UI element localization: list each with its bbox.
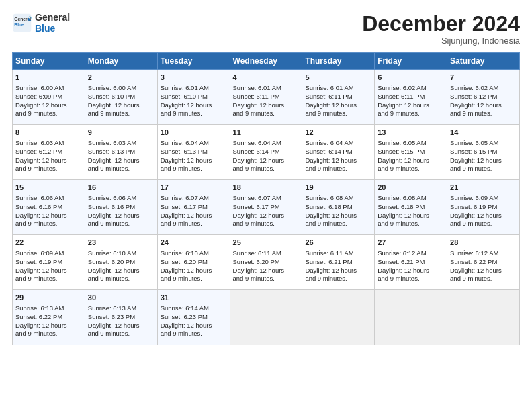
day-info-line: Sunset: 6:20 PM — [161, 258, 227, 267]
day-info-line: Daylight: 12 hours — [305, 267, 371, 275]
day-number: 12 — [305, 128, 371, 138]
day-info-line: and 9 minutes. — [450, 220, 517, 228]
day-info-line: and 9 minutes. — [233, 220, 300, 228]
day-info-line: Daylight: 12 hours — [88, 322, 154, 330]
day-number: 21 — [450, 183, 517, 193]
day-info-line: and 9 minutes. — [450, 275, 517, 283]
day-info-line: Sunrise: 6:01 AM — [233, 84, 300, 93]
day-info-line: Sunset: 6:18 PM — [378, 203, 444, 212]
day-info-line: Sunset: 6:22 PM — [450, 258, 517, 267]
day-info-line: and 9 minutes. — [161, 109, 227, 118]
day-info-line: and 9 minutes. — [305, 165, 371, 173]
day-info-line: Sunset: 6:11 PM — [233, 93, 300, 101]
day-number: 8 — [15, 128, 82, 138]
day-number: 3 — [161, 73, 227, 83]
day-info-line: and 9 minutes. — [88, 220, 154, 228]
title-block: December 2024 Sijunjung, Indonesia — [362, 12, 520, 46]
day-cell: 25Sunrise: 6:11 AMSunset: 6:20 PMDayligh… — [230, 235, 302, 290]
day-cell — [375, 290, 447, 345]
day-info-line: Sunrise: 6:14 AM — [161, 304, 227, 313]
day-cell: 17Sunrise: 6:07 AMSunset: 6:17 PMDayligh… — [157, 180, 230, 235]
day-info-line: Sunset: 6:23 PM — [88, 313, 154, 322]
day-info-line: Sunset: 6:13 PM — [161, 148, 227, 156]
day-number: 19 — [305, 183, 371, 193]
day-cell: 7Sunrise: 6:02 AMSunset: 6:12 PMDaylight… — [447, 70, 520, 125]
day-info-line: Sunset: 6:11 PM — [305, 93, 371, 101]
day-info-line: and 9 minutes. — [378, 220, 444, 228]
day-info-line: and 9 minutes. — [15, 275, 82, 283]
day-number: 28 — [450, 238, 517, 248]
day-info-line: and 9 minutes. — [305, 275, 371, 283]
day-info-line: Sunset: 6:14 PM — [305, 148, 371, 156]
day-info-line: Sunset: 6:19 PM — [450, 203, 517, 212]
day-info-line: Daylight: 12 hours — [88, 101, 154, 110]
day-info-line: Sunrise: 6:05 AM — [378, 139, 444, 148]
day-info-line: Daylight: 12 hours — [233, 101, 300, 110]
day-number: 1 — [15, 73, 82, 83]
day-info-line: Daylight: 12 hours — [450, 101, 517, 110]
day-number: 20 — [378, 183, 444, 193]
day-cell: 23Sunrise: 6:10 AMSunset: 6:20 PMDayligh… — [85, 235, 157, 290]
day-cell: 15Sunrise: 6:06 AMSunset: 6:16 PMDayligh… — [13, 180, 85, 235]
day-info-line: Sunset: 6:10 PM — [161, 93, 227, 101]
day-cell: 30Sunrise: 6:13 AMSunset: 6:23 PMDayligh… — [85, 290, 157, 345]
day-info-line: Sunset: 6:15 PM — [450, 148, 517, 156]
day-cell: 12Sunrise: 6:04 AMSunset: 6:14 PMDayligh… — [302, 125, 375, 180]
day-number: 7 — [450, 73, 517, 83]
day-info-line: and 9 minutes. — [450, 109, 517, 118]
day-info-line: Sunrise: 6:01 AM — [161, 84, 227, 93]
day-cell: 29Sunrise: 6:13 AMSunset: 6:22 PMDayligh… — [13, 290, 85, 345]
day-info-line: and 9 minutes. — [161, 275, 227, 283]
day-info-line: and 9 minutes. — [88, 109, 154, 118]
header-cell-monday: Monday — [85, 53, 157, 70]
day-info-line: and 9 minutes. — [88, 165, 154, 173]
day-info-line: Daylight: 12 hours — [88, 156, 154, 165]
logo-text: General Blue — [35, 12, 70, 34]
day-info-line: and 9 minutes. — [233, 275, 300, 283]
week-row-3: 15Sunrise: 6:06 AMSunset: 6:16 PMDayligh… — [13, 180, 520, 235]
day-info-line: and 9 minutes. — [161, 330, 227, 338]
week-row-4: 22Sunrise: 6:09 AMSunset: 6:19 PMDayligh… — [13, 235, 520, 290]
day-cell: 6Sunrise: 6:02 AMSunset: 6:11 PMDaylight… — [375, 70, 447, 125]
day-info-line: Sunrise: 6:04 AM — [305, 139, 371, 148]
day-info-line: and 9 minutes. — [233, 109, 300, 118]
calendar-page: General Blue General Blue December 2024 … — [0, 0, 532, 411]
day-info-line: and 9 minutes. — [378, 275, 444, 283]
day-info-line: Sunrise: 6:00 AM — [15, 84, 82, 93]
day-cell — [447, 290, 520, 345]
day-cell — [302, 290, 375, 345]
day-cell: 22Sunrise: 6:09 AMSunset: 6:19 PMDayligh… — [13, 235, 85, 290]
day-cell: 19Sunrise: 6:08 AMSunset: 6:18 PMDayligh… — [302, 180, 375, 235]
day-cell: 24Sunrise: 6:10 AMSunset: 6:20 PMDayligh… — [157, 235, 230, 290]
day-info-line: Sunset: 6:18 PM — [305, 203, 371, 212]
day-info-line: Sunrise: 6:13 AM — [88, 304, 154, 313]
day-info-line: Daylight: 12 hours — [161, 212, 227, 220]
day-info-line: Daylight: 12 hours — [305, 156, 371, 165]
day-info-line: Sunrise: 6:13 AM — [15, 304, 82, 313]
day-number: 22 — [15, 238, 82, 248]
day-info-line: Sunset: 6:22 PM — [15, 313, 82, 322]
day-info-line: Daylight: 12 hours — [161, 322, 227, 330]
day-info-line: Daylight: 12 hours — [233, 267, 300, 275]
day-number: 16 — [88, 183, 154, 193]
logo: General Blue General Blue — [12, 12, 70, 34]
day-info-line: Sunset: 6:16 PM — [15, 203, 82, 212]
location: Sijunjung, Indonesia — [362, 36, 520, 46]
day-cell: 20Sunrise: 6:08 AMSunset: 6:18 PMDayligh… — [375, 180, 447, 235]
day-info-line: Sunrise: 6:02 AM — [450, 84, 517, 93]
logo-icon: General Blue — [12, 13, 32, 33]
day-info-line: Sunset: 6:23 PM — [161, 313, 227, 322]
day-info-line: Daylight: 12 hours — [161, 267, 227, 275]
day-number: 6 — [378, 73, 444, 83]
day-info-line: Daylight: 12 hours — [378, 267, 444, 275]
day-number: 25 — [233, 238, 300, 248]
day-number: 4 — [233, 73, 300, 83]
day-cell: 10Sunrise: 6:04 AMSunset: 6:13 PMDayligh… — [157, 125, 230, 180]
calendar-table: SundayMondayTuesdayWednesdayThursdayFrid… — [12, 52, 520, 345]
day-info-line: Daylight: 12 hours — [161, 101, 227, 110]
day-cell: 2Sunrise: 6:00 AMSunset: 6:10 PMDaylight… — [85, 70, 157, 125]
day-number: 5 — [305, 73, 371, 83]
day-number: 27 — [378, 238, 444, 248]
day-cell: 21Sunrise: 6:09 AMSunset: 6:19 PMDayligh… — [447, 180, 520, 235]
day-info-line: and 9 minutes. — [15, 109, 82, 118]
